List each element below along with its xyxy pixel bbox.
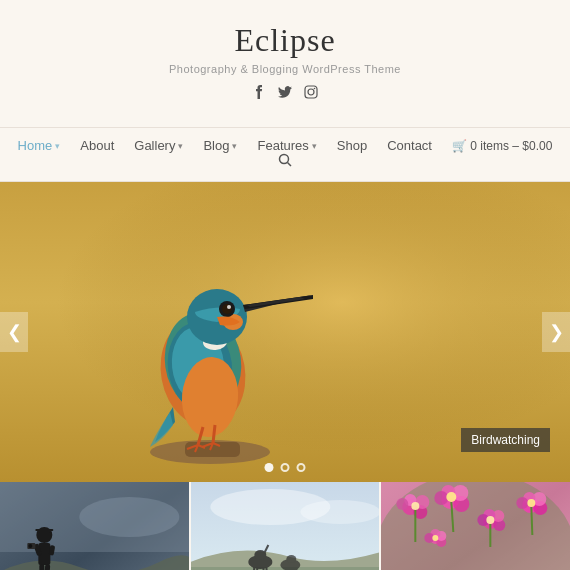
thumbnail-instagram[interactable]: Follow @Instagram <box>191 482 380 570</box>
chevron-down-icon: ▾ <box>178 141 183 151</box>
hero-dots <box>265 463 306 472</box>
chevron-down-icon: ▾ <box>312 141 317 151</box>
svg-point-80 <box>517 497 529 509</box>
site-header: Eclipse Photography & Blogging WordPress… <box>0 0 570 127</box>
chevron-down-icon: ▾ <box>55 141 60 151</box>
cart-icon: 🛒 <box>452 139 467 153</box>
site-title: Eclipse <box>20 22 550 59</box>
thumbnail-about[interactable]: About me <box>0 482 189 570</box>
svg-point-59 <box>397 498 409 510</box>
nav-item-gallery[interactable]: Gallery ▾ <box>124 138 193 153</box>
hero-dot-1[interactable] <box>265 463 274 472</box>
thumbnail-row: About me <box>0 482 570 570</box>
svg-line-82 <box>532 507 533 535</box>
svg-rect-0 <box>305 86 317 98</box>
svg-point-3 <box>280 155 289 164</box>
thumbnail-prints[interactable]: Buy my Prints <box>381 482 570 570</box>
svg-point-81 <box>528 499 536 507</box>
nav-item-features[interactable]: Features ▾ <box>247 138 326 153</box>
svg-line-21 <box>213 425 215 443</box>
svg-point-2 <box>314 88 316 90</box>
svg-point-66 <box>435 491 449 505</box>
svg-point-74 <box>487 516 495 524</box>
chevron-down-icon: ▾ <box>232 141 237 151</box>
site-tagline: Photography & Blogging WordPress Theme <box>20 63 550 75</box>
svg-line-4 <box>288 163 292 167</box>
svg-point-32 <box>28 544 32 548</box>
main-nav: Home ▾ About Gallery ▾ Blog ▾ Features ▾… <box>0 127 570 182</box>
twitter-icon[interactable] <box>278 85 292 103</box>
nav-item-shop[interactable]: Shop <box>327 138 377 153</box>
svg-rect-33 <box>39 564 44 570</box>
instagram-icon[interactable] <box>304 85 318 103</box>
svg-point-1 <box>308 89 314 95</box>
hero-tag: Birdwatching <box>461 428 550 452</box>
hero-dot-2[interactable] <box>281 463 290 472</box>
nav-item-blog[interactable]: Blog ▾ <box>193 138 247 153</box>
hero-prev-button[interactable]: ❮ <box>0 312 28 352</box>
svg-point-67 <box>447 492 457 502</box>
svg-point-46 <box>286 555 296 563</box>
svg-point-88 <box>433 535 439 541</box>
svg-point-19 <box>227 305 231 309</box>
hero-next-button[interactable]: ❯ <box>542 312 570 352</box>
hero-dot-3[interactable] <box>297 463 306 472</box>
nav-item-about[interactable]: About <box>70 138 124 153</box>
nav-item-contact[interactable]: Contact <box>377 138 442 153</box>
svg-rect-27 <box>35 529 53 531</box>
nav-item-home[interactable]: Home ▾ <box>8 138 71 153</box>
svg-point-60 <box>412 502 420 510</box>
social-icons <box>20 85 550 103</box>
facebook-icon[interactable] <box>252 85 266 103</box>
hero-slider: ❮ ❯ Birdwatching <box>0 182 570 482</box>
search-button[interactable] <box>270 153 300 171</box>
svg-point-52 <box>300 500 379 524</box>
svg-point-18 <box>222 304 232 314</box>
svg-point-35 <box>79 497 179 537</box>
cart-button[interactable]: 🛒 0 items – $0.00 <box>442 139 562 153</box>
